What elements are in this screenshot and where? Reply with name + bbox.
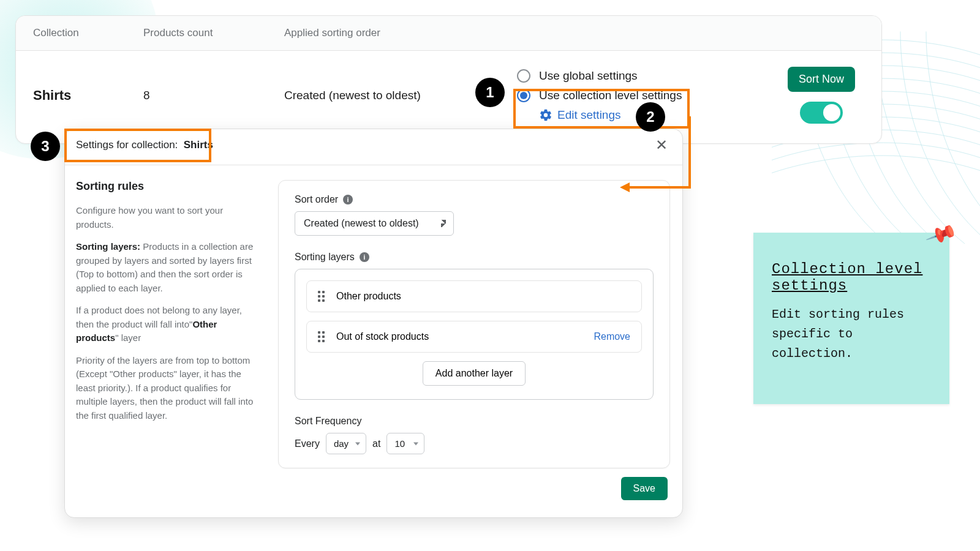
radio-icon bbox=[517, 89, 530, 102]
header-collection: Collection bbox=[33, 27, 143, 39]
freq-every-label: Every bbox=[295, 438, 320, 449]
drag-handle-icon[interactable] bbox=[318, 331, 326, 342]
modal-help-column: Sorting rules Configure how you want to … bbox=[76, 180, 254, 468]
remove-layer-link[interactable]: Remove bbox=[594, 331, 630, 342]
sorting-rules-heading: Sorting rules bbox=[76, 180, 254, 193]
sorting-layers-label: Sorting layers i bbox=[295, 252, 654, 263]
sorting-layers-box: Other products Out of stock products Rem… bbox=[295, 269, 654, 400]
step-badge-3: 3 bbox=[31, 132, 60, 161]
auto-sort-toggle[interactable] bbox=[800, 102, 843, 124]
save-button[interactable]: Save bbox=[621, 477, 668, 500]
collections-table-card: Collection Products count Applied sortin… bbox=[15, 15, 882, 144]
layer-label: Other products bbox=[336, 291, 401, 302]
sort-order-label: Sort order i bbox=[295, 194, 654, 205]
radio-use-global-label: Use global settings bbox=[539, 69, 638, 83]
info-icon[interactable]: i bbox=[343, 195, 353, 204]
layer-row-out-of-stock[interactable]: Out of stock products Remove bbox=[306, 321, 642, 353]
sort-now-button[interactable]: Sort Now bbox=[788, 67, 855, 92]
products-count-value: 8 bbox=[143, 89, 284, 102]
help-p3: If a product does not belong to any laye… bbox=[76, 304, 254, 345]
edit-settings-label: Edit settings bbox=[557, 108, 621, 122]
table-header-row: Collection Products count Applied sortin… bbox=[16, 16, 881, 51]
sort-frequency-row: Every day at 10 bbox=[295, 433, 654, 454]
layer-row-other-products[interactable]: Other products bbox=[306, 280, 642, 312]
sort-order-select-value: Created (newest to oldest) bbox=[304, 218, 419, 228]
modal-title-prefix: Settings for collection: bbox=[76, 139, 178, 151]
step-badge-1: 1 bbox=[475, 78, 505, 107]
header-products-count: Products count bbox=[143, 27, 284, 39]
freq-hour-select[interactable]: 10 bbox=[386, 433, 424, 454]
radio-icon bbox=[517, 69, 530, 83]
radio-use-collection[interactable]: Use collection level settings bbox=[517, 89, 778, 102]
collection-settings-modal: Settings for collection: Shirts ✕ Sortin… bbox=[64, 129, 683, 518]
sticky-title: Collection level settings bbox=[772, 261, 931, 294]
layer-label: Out of stock products bbox=[336, 331, 429, 342]
sort-order-select[interactable]: Created (newest to oldest) bbox=[295, 211, 454, 236]
step-badge-2: 2 bbox=[636, 102, 665, 132]
drag-handle-icon[interactable] bbox=[318, 291, 326, 302]
info-icon[interactable]: i bbox=[360, 252, 369, 262]
gear-icon bbox=[539, 108, 552, 122]
header-applied-sort: Applied sorting order bbox=[284, 27, 517, 39]
freq-at-label: at bbox=[372, 438, 380, 449]
sort-frequency-label: Sort Frequency bbox=[295, 416, 654, 427]
radio-use-collection-label: Use collection level settings bbox=[539, 89, 682, 102]
collection-name: Shirts bbox=[33, 88, 143, 103]
help-p4: Priority of the layers are from top to b… bbox=[76, 354, 254, 423]
help-p2: Sorting layers: Products in a collection… bbox=[76, 240, 254, 295]
modal-header: Settings for collection: Shirts ✕ bbox=[65, 129, 682, 165]
sticky-note: 📌 Collection level settings Edit sorting… bbox=[753, 233, 949, 404]
sticky-body: Edit sorting rules specific to collectio… bbox=[772, 305, 931, 364]
help-p1: Configure how you want to sort your prod… bbox=[76, 204, 254, 231]
modal-title-collection-name: Shirts bbox=[184, 139, 213, 151]
modal-form-column: Sort order i Created (newest to oldest) … bbox=[278, 180, 670, 468]
modal-title: Settings for collection: Shirts bbox=[76, 139, 213, 151]
add-layer-button[interactable]: Add another layer bbox=[423, 361, 526, 386]
freq-unit-select[interactable]: day bbox=[326, 433, 366, 454]
radio-use-global[interactable]: Use global settings bbox=[517, 69, 778, 83]
close-icon[interactable]: ✕ bbox=[655, 138, 668, 152]
